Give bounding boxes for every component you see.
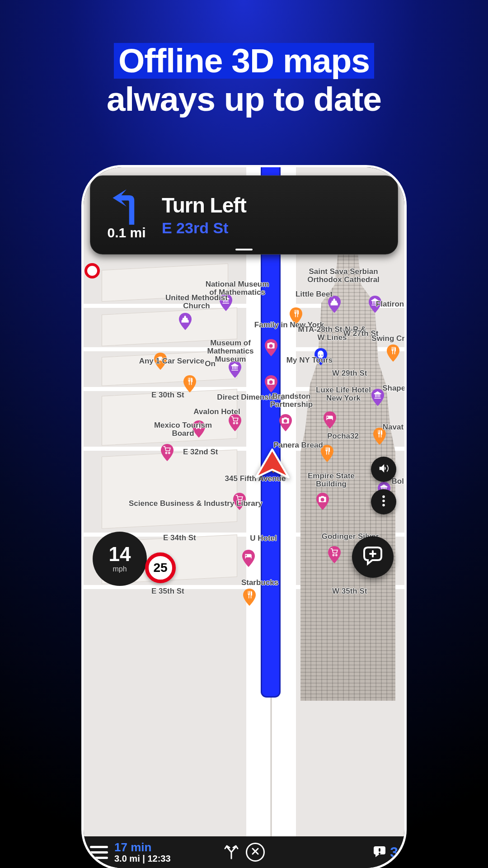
instruction-distance: 0.1 mi bbox=[99, 225, 154, 241]
svg-point-3 bbox=[382, 504, 385, 507]
svg-marker-0 bbox=[256, 449, 288, 477]
bottom-bar: 17 min 3.0 mi | 12:33 3 bbox=[84, 836, 404, 868]
building-block bbox=[102, 449, 237, 529]
poi-label-littlebeet: Little Beet bbox=[278, 290, 350, 298]
notification-count: 3 bbox=[390, 844, 398, 861]
street-label-e34: E 34th St bbox=[163, 533, 196, 542]
poi-label-navat: Navat bbox=[357, 423, 404, 431]
speed-value: 14 bbox=[109, 544, 131, 564]
poi-pin-luxe[interactable] bbox=[323, 411, 337, 429]
speech-bubble-plus-icon bbox=[361, 545, 384, 569]
poi-label-sss: Saint Sava Serbian Orthodox Cathedral bbox=[307, 268, 380, 284]
poi-pin-mytours[interactable] bbox=[264, 375, 278, 392]
more-menu-button[interactable] bbox=[371, 489, 396, 514]
instruction-action: Turn Left bbox=[162, 193, 389, 217]
poi-label-shaper: Shaper bbox=[359, 384, 404, 392]
poi-label-mytours: My NY Tours bbox=[273, 356, 346, 364]
card-drag-handle[interactable] bbox=[235, 249, 253, 250]
poi-label-on: On bbox=[174, 360, 246, 368]
poi-pin-direct[interactable] bbox=[228, 414, 242, 431]
svg-point-2 bbox=[382, 500, 385, 502]
instruction-street: E 23rd St bbox=[162, 219, 389, 237]
poi-pin-umc[interactable] bbox=[178, 313, 192, 330]
poi-pin-brandston[interactable] bbox=[279, 414, 292, 431]
poi-label-mexico: Mexico Tourism Board bbox=[147, 421, 219, 438]
street-label-sciencebiz: Science Business & Industry Library bbox=[129, 499, 263, 508]
svg-point-1 bbox=[382, 495, 385, 498]
poi-label-uhotel: U Hotel bbox=[227, 534, 300, 542]
street-label-w29: W 29th St bbox=[332, 369, 367, 378]
instruction-left: 0.1 mi bbox=[99, 187, 154, 241]
poi-label-avalon: Avalon Hotel bbox=[181, 408, 253, 416]
headline-line-2: always up to date bbox=[0, 81, 488, 117]
street-label-e35: E 35th St bbox=[151, 587, 184, 596]
poi-label-pocha: Pocha32 bbox=[307, 432, 379, 440]
notification-icon[interactable] bbox=[373, 844, 386, 860]
speed-camera-icon bbox=[84, 263, 100, 278]
speedometer[interactable]: 14 mph bbox=[93, 532, 147, 586]
poi-pin-starbucks[interactable] bbox=[243, 589, 256, 606]
eta-remaining: 3.0 mi | 12:33 bbox=[114, 854, 171, 864]
phone-frame: National Museum of MathematicsUnited Met… bbox=[81, 165, 407, 868]
speed-limit-sign: 25 bbox=[145, 552, 176, 583]
split-arrow-icon bbox=[223, 853, 239, 861]
instruction-main: Turn Left E 23rd St bbox=[162, 193, 389, 237]
sound-button[interactable] bbox=[371, 457, 396, 482]
poi-label-swingcrazy: Swing Crazy Ye bbox=[364, 335, 404, 343]
headline-line-1: Offline 3D maps bbox=[114, 43, 374, 79]
add-report-button[interactable] bbox=[352, 536, 394, 578]
poi-pin-mexico[interactable] bbox=[160, 444, 174, 461]
poi-label-esb: Empire State Building bbox=[295, 472, 367, 488]
poi-pin-esb[interactable] bbox=[316, 493, 329, 510]
street-label-w35: W 35th St bbox=[332, 587, 367, 596]
svg-rect-4 bbox=[379, 848, 380, 852]
vehicle-cursor-icon bbox=[253, 448, 291, 479]
close-icon bbox=[251, 847, 260, 858]
svg-point-5 bbox=[379, 853, 380, 854]
eta-time: 17 min bbox=[114, 840, 171, 854]
turn-instruction-card[interactable]: 0.1 mi Turn Left E 23rd St bbox=[90, 175, 398, 255]
street-label-e32: E 32nd St bbox=[183, 448, 218, 457]
speed-unit: mph bbox=[113, 565, 127, 573]
poi-pin-swingcrazy[interactable] bbox=[386, 344, 400, 362]
alternate-route-button[interactable] bbox=[223, 843, 239, 861]
speed-limit-value: 25 bbox=[153, 561, 167, 575]
poi-label-starbucks: Starbucks bbox=[224, 579, 296, 587]
kebab-menu-icon bbox=[379, 495, 389, 509]
poi-label-umc: United Methodist Church bbox=[160, 294, 233, 310]
end-route-button[interactable] bbox=[246, 843, 265, 862]
poi-label-flatiron: Flatiron bbox=[354, 300, 404, 308]
promo-headline: Offline 3D maps always up to date bbox=[0, 0, 488, 117]
poi-pin-godinger[interactable] bbox=[328, 546, 341, 563]
hamburger-menu-button[interactable] bbox=[90, 846, 108, 859]
eta-block[interactable]: 17 min 3.0 mi | 12:33 bbox=[114, 840, 171, 864]
speaker-icon bbox=[377, 462, 390, 476]
map-canvas[interactable]: National Museum of MathematicsUnited Met… bbox=[84, 167, 404, 836]
poi-pin-on[interactable] bbox=[183, 375, 197, 392]
poi-pin-uhotel[interactable] bbox=[242, 550, 255, 567]
turn-left-arrow-icon bbox=[99, 187, 154, 227]
street-label-e30: E 30th St bbox=[151, 391, 184, 400]
